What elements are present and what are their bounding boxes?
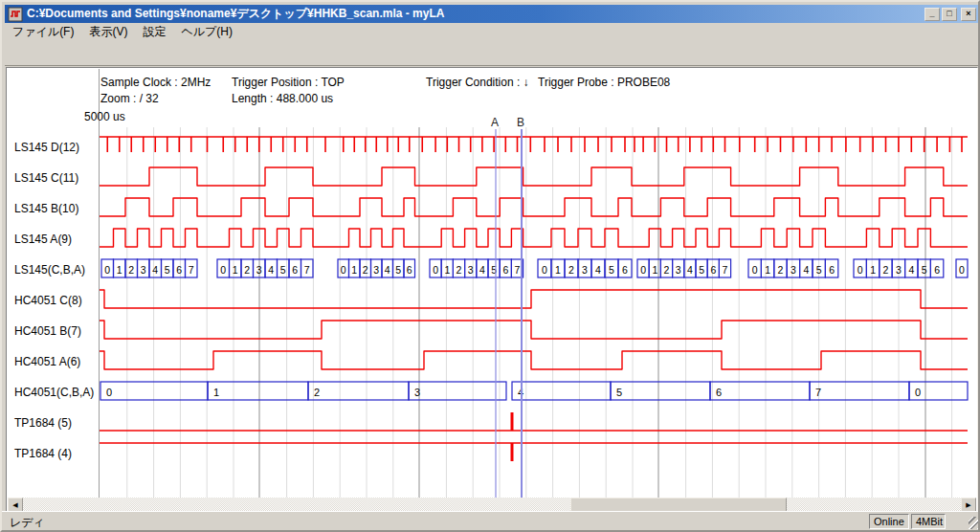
bus-cell-value: 0	[542, 264, 547, 276]
status-bar: レディ Online 4MBit	[2, 511, 980, 530]
bus-cell	[810, 382, 909, 400]
bus-cell	[710, 382, 810, 400]
bus-cell-value: 0	[433, 264, 438, 276]
bus-cell-value: 4	[687, 264, 693, 276]
bus-cell-value: 1	[870, 264, 876, 276]
bus-cell-value: 5	[395, 264, 401, 276]
bus-cell-value: 4	[268, 264, 274, 276]
bus-cell-value: 1	[213, 387, 219, 398]
bus-cell-value: 6	[710, 264, 716, 276]
tp-pulse	[511, 443, 514, 461]
bus-cell-value: 3	[676, 264, 681, 276]
bus-cell-value: 0	[640, 264, 646, 276]
bus-cell-value: 1	[117, 264, 122, 276]
bus-cell-value: 2	[664, 264, 670, 276]
marker-b-label: B	[517, 116, 524, 129]
bus-cell-value: 5	[165, 264, 170, 276]
bus-cell-value: 0	[106, 387, 112, 398]
bus-cell-value: 6	[716, 387, 722, 398]
bus-cell-value: 3	[791, 264, 796, 276]
bus-cell-value: 6	[502, 264, 508, 276]
bus-cell-value: 1	[652, 264, 657, 276]
bus-cell-value: 0	[915, 387, 921, 398]
bus-cell-value: 2	[244, 264, 250, 276]
bus-cell-value: 4	[152, 264, 158, 276]
bus-cell-value: 5	[922, 264, 927, 276]
bus-cell-value: 0	[959, 264, 965, 276]
digital-wave	[100, 198, 968, 216]
digital-wave	[100, 167, 968, 186]
bus-cell-value: 1	[555, 264, 561, 276]
bus-cell	[409, 382, 506, 400]
bus-cell-value: 4	[385, 264, 390, 276]
bus-cell-value: 6	[622, 264, 628, 276]
tp-pulse	[511, 412, 514, 431]
bus-cell	[611, 382, 710, 400]
digital-wave	[100, 321, 968, 339]
bus-cell-value: 3	[582, 264, 588, 276]
bus-cell-value: 7	[304, 264, 310, 276]
bus-cell-value: 3	[256, 264, 262, 276]
bus-cell-value: 7	[723, 264, 728, 276]
bus-cell-value: 6	[829, 264, 835, 276]
bus-cell-value: 3	[141, 264, 146, 276]
bus-cell-value: 2	[883, 264, 889, 276]
status-ready: レディ	[10, 515, 45, 531]
bus-cell-value: 1	[444, 264, 450, 276]
bus-cell-value: 0	[752, 264, 758, 276]
bus-cell-value: 3	[414, 387, 420, 398]
marker-a-label: A	[491, 116, 499, 129]
bus-cell-value: 1	[351, 264, 357, 276]
bus-cell-value: 6	[292, 264, 298, 276]
bus-cell-value: 0	[341, 264, 346, 276]
bus-cell-value: 7	[515, 264, 521, 276]
bus-cell-value: 5	[699, 264, 704, 276]
bus-cell-value: 4	[908, 264, 914, 276]
bus-cell-value: 2	[363, 264, 368, 276]
bus-cell-value: 5	[816, 264, 822, 276]
bus-cell-value: 2	[128, 264, 134, 276]
bus-cell-value: 5	[280, 264, 286, 276]
status-online: Online	[869, 514, 909, 529]
bus-cell-value: 2	[314, 387, 320, 398]
app-window: C:¥Documents and Settings¥noname¥デスクトップ¥…	[0, 0, 980, 532]
digital-wave	[100, 229, 968, 247]
bus-cell-value: 7	[189, 264, 194, 276]
waveform-plot: 0123456701234567012345601234567012345601…	[2, 2, 980, 532]
bus-cell-value: 2	[778, 264, 784, 276]
bus-cell-value: 6	[934, 264, 940, 276]
bus-cell	[208, 382, 308, 400]
bus-cell-value: 2	[457, 264, 462, 276]
bus-cell	[512, 382, 611, 400]
bus-cell-value: 5	[609, 264, 614, 276]
resize-grip[interactable]	[969, 517, 980, 529]
bus-cell-value: 0	[858, 264, 863, 276]
bus-cell-value: 3	[468, 264, 474, 276]
bus-cell-value: 2	[568, 264, 574, 276]
bus-cell-value: 0	[220, 264, 226, 276]
bus-cell-value: 0	[104, 264, 110, 276]
status-memory: 4MBit	[911, 514, 946, 529]
digital-wave	[100, 290, 968, 308]
bus-cell-value: 6	[176, 264, 182, 276]
bus-cell-value: 6	[407, 264, 412, 276]
bus-cell-value: 1	[765, 264, 770, 276]
bus-cell-value: 1	[233, 264, 238, 276]
bus-cell-value: 4	[595, 264, 601, 276]
bus-cell-value: 4	[479, 264, 485, 276]
bus-cell-value: 7	[815, 387, 821, 398]
bus-cell-value: 3	[373, 264, 379, 276]
bus-cell-value: 4	[803, 264, 809, 276]
digital-wave	[100, 351, 968, 369]
bus-cell-value: 5	[616, 387, 622, 398]
bus-cell-value: 3	[896, 264, 902, 276]
